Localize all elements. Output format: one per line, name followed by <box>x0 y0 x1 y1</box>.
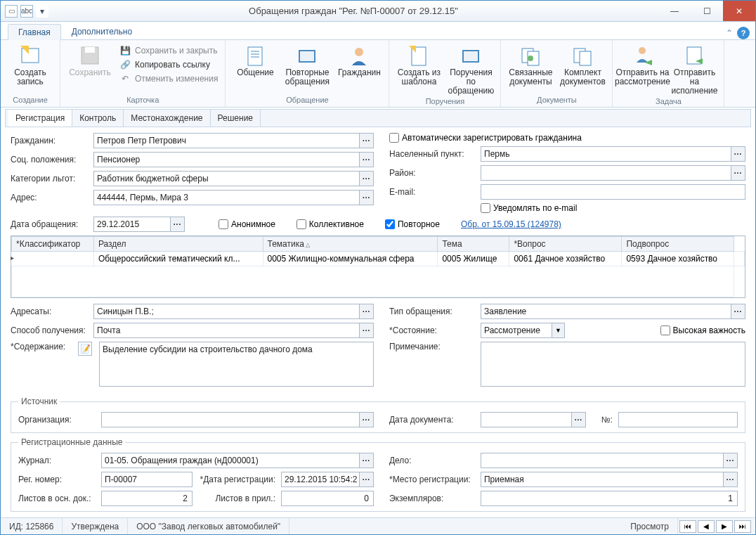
journal-field[interactable]: ··· <box>101 453 374 468</box>
district-field[interactable]: ··· <box>481 165 745 181</box>
state-select[interactable]: ▼ <box>481 323 565 338</box>
tab-control[interactable]: Контроль <box>72 110 124 127</box>
org-field[interactable]: ··· <box>101 412 374 427</box>
grid-header[interactable]: Подвопрос <box>622 237 734 252</box>
save-button[interactable]: Сохранить <box>65 41 115 77</box>
lookup-icon[interactable]: ··· <box>359 413 373 427</box>
tab-registration[interactable]: Регистрация <box>8 110 72 127</box>
orders-by-request-button[interactable]: Поручения пообращению <box>445 41 496 96</box>
reg-no-field[interactable] <box>101 472 193 487</box>
req-date-field[interactable]: ··· <box>93 217 185 232</box>
city-field[interactable]: ··· <box>481 146 745 162</box>
lookup-icon[interactable]: ··· <box>723 453 737 468</box>
auto-register-checkbox[interactable]: Автоматически зарегистрировать гражданин… <box>389 133 582 143</box>
nav-first-button[interactable]: ⏮ <box>679 520 696 533</box>
linked-docs-button[interactable]: Связанныедокументы <box>505 41 556 86</box>
req-date-label: Дата обращения: <box>11 219 88 229</box>
create-from-template-button[interactable]: Создать изшаблона <box>393 41 444 86</box>
qat-dropdown-icon[interactable]: ▾ <box>36 5 48 18</box>
grid-row[interactable]: Общероссийский тематический кл...0005 Жи… <box>12 252 745 266</box>
email-field[interactable] <box>481 184 745 200</box>
req-type-field[interactable]: ··· <box>481 304 745 319</box>
grid-header[interactable]: Раздел <box>93 237 263 252</box>
doc-date-field[interactable]: ··· <box>481 412 586 427</box>
qat-icon-2[interactable]: abc <box>20 5 33 18</box>
chevron-down-icon[interactable]: ▼ <box>552 323 564 337</box>
lookup-icon[interactable]: ··· <box>359 172 373 186</box>
repeat-link[interactable]: Обр. от 15.09.15 (124978) <box>461 219 561 229</box>
nav-prev-button[interactable]: ◀ <box>698 520 715 533</box>
help-icon[interactable]: ? <box>737 27 750 39</box>
address-label: Адрес: <box>11 193 88 202</box>
grid-header[interactable]: *Вопрос <box>509 237 622 252</box>
citizen-button[interactable]: Гражданин <box>334 41 384 77</box>
grid-header[interactable]: Тема <box>438 237 509 252</box>
lookup-icon[interactable]: ··· <box>723 472 737 486</box>
nav-last-button[interactable]: ⏭ <box>734 520 751 533</box>
benefit-field[interactable]: ··· <box>93 171 374 186</box>
sheets-main-field[interactable] <box>101 491 193 506</box>
ribbon-tab-extra[interactable]: Дополнительно <box>61 23 143 39</box>
ribbon-tab-main[interactable]: Главная <box>8 24 61 40</box>
reg-date-field[interactable]: ··· <box>281 472 374 487</box>
create-record-button[interactable]: Создатьзапись <box>5 41 56 86</box>
lookup-icon[interactable]: ··· <box>731 304 745 318</box>
soc-field[interactable]: ··· <box>93 152 374 167</box>
minimize-button[interactable]: — <box>658 1 691 21</box>
lookup-icon[interactable]: ··· <box>731 166 745 180</box>
citizen-field[interactable]: ··· <box>93 133 374 148</box>
high-priority-checkbox[interactable]: Высокая важность <box>660 325 745 335</box>
save-close-button[interactable]: 💾Сохранить и закрыть <box>117 44 221 57</box>
classifier-grid[interactable]: *Классификатор Раздел Тематика△ Тема *Во… <box>11 236 745 298</box>
copy-link-button[interactable]: 🔗Копировать ссылку <box>117 58 221 71</box>
send-exec-button[interactable]: Отправить наисполнение <box>669 41 719 96</box>
lookup-icon[interactable]: ··· <box>731 147 745 161</box>
reg-place-field[interactable]: ··· <box>481 472 738 487</box>
date-picker-icon[interactable]: ··· <box>170 217 184 231</box>
save-close-icon: 💾 <box>119 45 131 56</box>
notify-email-checkbox[interactable]: Уведомлять по e-mail <box>481 203 577 213</box>
qat-icon-1[interactable]: ▭ <box>5 5 18 18</box>
status-org: ООО "Завод легковых автомобилей" <box>128 518 289 534</box>
date-picker-icon[interactable]: ··· <box>571 413 585 427</box>
note-field[interactable] <box>481 342 745 389</box>
address-field[interactable]: ··· <box>93 190 374 205</box>
nav-next-button[interactable]: ▶ <box>716 520 733 533</box>
citizen-label: Гражданин: <box>11 136 88 146</box>
lookup-icon[interactable]: ··· <box>359 323 373 337</box>
maximize-button[interactable]: ☐ <box>691 1 723 21</box>
repeat-checkbox[interactable]: Повторное <box>385 219 440 229</box>
undo-changes-button[interactable]: ↶Отменить изменения <box>117 72 221 85</box>
status-id: ИД: 125866 <box>1 518 63 534</box>
sheets-attach-field[interactable] <box>281 491 374 506</box>
lookup-icon[interactable]: ··· <box>359 191 373 205</box>
content-edit-icon[interactable]: 📝 <box>78 342 92 356</box>
close-button[interactable]: ✕ <box>723 1 755 21</box>
repeat-requests-button[interactable]: Повторныеобращения <box>282 41 332 86</box>
send-review-button[interactable]: Отправить нарассмотрение <box>617 41 667 86</box>
date-picker-icon[interactable]: ··· <box>359 472 373 486</box>
folder-orders-icon <box>460 44 482 67</box>
grid-header[interactable]: Тематика△ <box>263 237 438 252</box>
window-title: Обращения граждан "Рег. №П-00007 от 29.1… <box>48 6 658 16</box>
lookup-icon[interactable]: ··· <box>359 153 373 167</box>
content-field[interactable] <box>99 342 374 389</box>
method-field[interactable]: ··· <box>93 323 374 338</box>
doc-set-icon <box>571 44 594 67</box>
anonymous-checkbox[interactable]: Анонимное <box>219 219 275 229</box>
doc-set-button[interactable]: Комплектдокументов <box>557 41 608 86</box>
grid-header[interactable]: *Классификатор <box>12 237 94 252</box>
lookup-icon[interactable]: ··· <box>359 453 373 468</box>
message-button[interactable]: Общение <box>230 41 280 77</box>
lookup-icon[interactable]: ··· <box>359 304 373 318</box>
copies-field[interactable] <box>481 491 738 506</box>
addressees-field[interactable]: ··· <box>93 304 374 319</box>
tab-decision[interactable]: Решение <box>211 110 261 127</box>
tab-location[interactable]: Местонахождение <box>124 110 210 127</box>
case-field[interactable]: ··· <box>481 453 738 468</box>
reg-place-label: Место регистрации: <box>389 475 475 484</box>
ribbon-collapse-icon[interactable]: ⌃ <box>726 28 733 38</box>
collective-checkbox[interactable]: Коллективное <box>296 219 364 229</box>
doc-no-field[interactable] <box>618 412 738 427</box>
lookup-icon[interactable]: ··· <box>359 134 373 148</box>
